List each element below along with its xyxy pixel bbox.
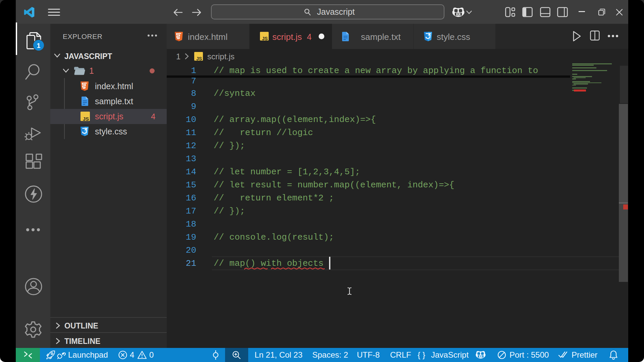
svg-text:1: 1: [37, 42, 40, 49]
